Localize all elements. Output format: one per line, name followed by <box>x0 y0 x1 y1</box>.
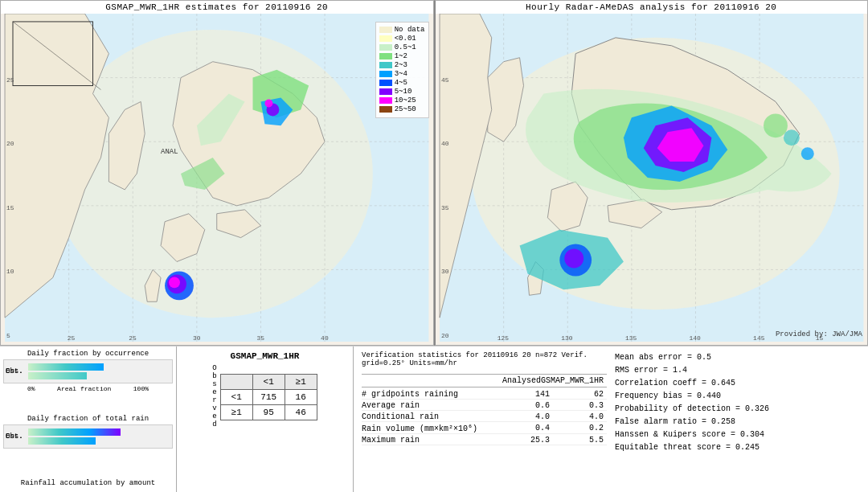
rain-chart-section: Daily fraction of total rain Est. Obs. <box>3 415 173 478</box>
svg-text:25: 25 <box>129 334 137 342</box>
table-row-ge1: ≥1 95 46 <box>220 405 317 420</box>
obs-label-occ: Obs. <box>6 367 23 375</box>
svg-text:135: 135 <box>624 334 637 342</box>
val-ge1-ge1: 46 <box>285 405 317 420</box>
x-end: 100% <box>133 385 149 392</box>
stat-corr: Correlation coeff = 0.645 <box>615 377 860 390</box>
svg-text:45: 45 <box>441 76 449 84</box>
legend-label-lt001: <0.01 <box>395 35 416 43</box>
stat-mean-abs: Mean abs error = 0.5 <box>615 351 860 364</box>
empty-header <box>220 375 252 390</box>
x-start: 0% <box>27 385 35 392</box>
est-bar-rain <box>28 428 121 436</box>
right-map-svg: 45 40 35 30 20 125 130 135 140 145 15 <box>436 14 868 342</box>
legend-item-nodata: No data <box>379 26 425 34</box>
legend-item-1-2: 1~2 <box>379 52 425 60</box>
col-product-header: GSMAP_MWR_1HR <box>541 376 607 385</box>
legend-label-05-1: 0.5~1 <box>395 43 416 51</box>
legend-item-10-25: 10~25 <box>379 96 425 105</box>
svg-text:30: 30 <box>193 334 201 342</box>
svg-text:145: 145 <box>753 334 765 342</box>
legend-color-1-2 <box>379 53 392 59</box>
svg-point-15 <box>264 99 272 107</box>
stat-false-alarm: False alarm ratio = 0.258 <box>615 416 860 428</box>
col-empty-header <box>362 376 489 385</box>
left-map-content: ANAL <box>1 14 433 342</box>
stats-row-2: Average rain 0.6 0.3 <box>362 401 607 411</box>
svg-text:10: 10 <box>6 268 14 275</box>
stat-val-product-5: 5.5 <box>550 436 607 445</box>
legend-item-2-3: 2~3 <box>379 61 425 69</box>
bottom-row: Daily fraction by occurrence Est. Obs. 0… <box>0 346 868 492</box>
legend-color-4-5 <box>379 80 392 86</box>
legend-color-05-1 <box>379 44 392 51</box>
svg-point-43 <box>783 129 799 146</box>
stat-rms: RMS error = 1.4 <box>615 364 860 377</box>
right-map-content: 45 40 35 30 20 125 130 135 140 145 15 Pr… <box>436 14 868 342</box>
legend-color-10-25 <box>379 97 392 104</box>
svg-text:130: 130 <box>561 334 573 342</box>
legend-color-lt001 <box>379 35 392 42</box>
legend-label-nodata: No data <box>395 26 425 34</box>
legend-color-3-4 <box>379 71 392 77</box>
svg-text:35: 35 <box>257 334 265 342</box>
est-bar-occ <box>28 363 104 371</box>
left-map-panel: GSMAP_MWR_1HR estimates for 20110916 20 <box>0 0 434 346</box>
stat-val-product-3: 4.0 <box>550 412 607 421</box>
legend-color-nodata <box>379 27 392 33</box>
svg-text:25: 25 <box>68 334 76 342</box>
svg-point-41 <box>564 249 583 269</box>
svg-text:140: 140 <box>689 334 701 342</box>
stat-pod: Probability of detection = 0.326 <box>615 403 860 416</box>
stat-label-2: Average rain <box>362 401 496 410</box>
stats-right-panel: Mean abs error = 0.5 RMS error = 1.4 Cor… <box>615 351 860 487</box>
x-mid: Areal fraction <box>57 385 111 392</box>
stats-row-1: # gridpoints raining 141 62 <box>362 390 607 400</box>
legend-color-2-3 <box>379 62 392 68</box>
legend-item-3-4: 3~4 <box>379 70 425 78</box>
svg-text:35: 35 <box>441 204 449 211</box>
legend-label-3-4: 3~4 <box>395 70 407 78</box>
stat-label-1: # gridpoints raining <box>362 390 496 399</box>
legend-label-10-25: 10~25 <box>395 96 416 105</box>
stat-val-product-4: 0.2 <box>550 424 607 433</box>
svg-text:20: 20 <box>441 332 449 339</box>
table-row-lt1: <1 715 16 <box>220 390 317 405</box>
observed-col-header: Observed <box>212 364 216 428</box>
svg-text:40: 40 <box>321 334 329 342</box>
svg-text:125: 125 <box>497 334 509 342</box>
svg-text:25: 25 <box>6 76 14 84</box>
col-ge1-header: ≥1 <box>285 375 317 390</box>
col-lt1-header: <1 <box>252 375 285 390</box>
occurrence-chart-section: Daily fraction by occurrence Est. Obs. 0… <box>3 350 173 413</box>
left-map-title: GSMAP_MWR_1HR estimates for 20110916 20 <box>1 1 433 14</box>
verification-panel: Verification statistics for 20110916 20 … <box>354 346 868 492</box>
top-row: GSMAP_MWR_1HR estimates for 20110916 20 <box>0 0 868 346</box>
legend-item-5-10: 5~10 <box>379 88 425 96</box>
main-container: GSMAP_MWR_1HR estimates for 20110916 20 <box>0 0 868 492</box>
stat-label-4: Rain volume (mm×km²×10⁶) <box>362 424 496 433</box>
svg-text:30: 30 <box>441 268 449 275</box>
svg-point-18 <box>169 277 180 288</box>
stat-hk-score: Hanssen & Kuipers score = 0.304 <box>615 428 860 441</box>
legend-item-lt001: <0.01 <box>379 35 425 43</box>
stat-val-product-1: 62 <box>550 390 607 399</box>
stat-val-analysed-4: 0.4 <box>496 424 550 433</box>
obs-bar-occ <box>28 372 87 379</box>
legend-color-5-10 <box>379 88 392 95</box>
legend-label-2-3: 2~3 <box>395 61 407 69</box>
legend-item-25-50: 25~50 <box>379 105 425 113</box>
stat-val-product-2: 0.3 <box>550 401 607 410</box>
col-analysed-header: Analysed <box>489 376 541 385</box>
stat-ets: Equitable threat score = 0.245 <box>615 441 860 454</box>
svg-text:20: 20 <box>6 140 14 147</box>
rain-chart-bars: Est. Obs. <box>3 424 173 449</box>
legend-item-4-5: 4~5 <box>379 79 425 87</box>
svg-point-44 <box>800 147 813 160</box>
right-map-title: Hourly Radar-AMeDAS analysis for 2011091… <box>436 1 868 14</box>
map-legend: No data <0.01 0.5~1 1~2 <box>375 22 429 118</box>
left-map-svg: ANAL <box>1 14 433 342</box>
provided-by-label: Provided by: JWA/JMA <box>776 330 862 338</box>
stats-row-3: Conditional rain 4.0 4.0 <box>362 412 607 422</box>
stat-label-5: Maximum rain <box>362 436 496 445</box>
